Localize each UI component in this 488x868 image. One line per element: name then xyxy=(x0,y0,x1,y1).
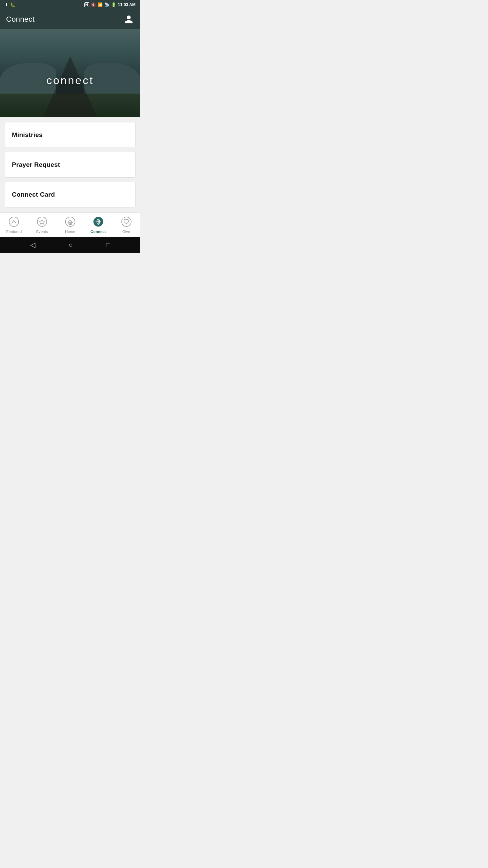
profile-button[interactable] xyxy=(123,14,134,25)
featured-icon xyxy=(8,216,20,228)
hero-banner: connect xyxy=(0,29,140,117)
nav-item-give[interactable]: Give xyxy=(112,213,140,237)
usb-icon: ⬆ xyxy=(5,2,8,7)
nav-item-events[interactable]: Events xyxy=(28,213,56,237)
svg-rect-4 xyxy=(69,222,72,224)
nav-item-home[interactable]: Home xyxy=(56,213,84,237)
back-button[interactable]: ◁ xyxy=(30,241,35,249)
bug-icon: 🐛 xyxy=(10,2,15,7)
ministries-label: Ministries xyxy=(12,131,43,138)
system-nav-bar: ◁ ○ □ xyxy=(0,237,140,253)
home-icon xyxy=(64,216,76,228)
give-icon xyxy=(120,216,133,228)
status-bar: ⬆ 🐛 N 🔇 📶 📡 🔋 11:03 AM xyxy=(0,0,140,9)
nav-item-connect[interactable]: Connect xyxy=(84,213,112,237)
events-icon xyxy=(36,216,48,228)
featured-label: Featured xyxy=(6,230,22,234)
events-label: Events xyxy=(36,230,48,234)
connect-icon xyxy=(92,216,104,228)
svg-point-3 xyxy=(65,217,75,226)
signal-icon: 📡 xyxy=(104,2,109,7)
prayer-request-card[interactable]: Prayer Request xyxy=(5,152,136,178)
content-area: Ministries Prayer Request Connect Card xyxy=(0,117,140,212)
connect-card-card[interactable]: Connect Card xyxy=(5,182,136,208)
bottom-nav: Featured Events Home xyxy=(0,212,140,237)
person-icon xyxy=(124,15,134,24)
page-title: Connect xyxy=(6,15,35,24)
svg-point-0 xyxy=(9,217,19,226)
nav-item-featured[interactable]: Featured xyxy=(0,213,28,237)
hero-road xyxy=(43,56,97,117)
status-right-icons: N 🔇 📶 📡 🔋 11:03 AM xyxy=(84,2,136,7)
hero-background: connect xyxy=(0,29,140,117)
battery-icon: 🔋 xyxy=(111,2,116,7)
give-label: Give xyxy=(122,230,130,234)
svg-point-11 xyxy=(122,217,131,226)
recents-button[interactable]: □ xyxy=(106,241,110,249)
ministries-card[interactable]: Ministries xyxy=(5,122,136,148)
home-label: Home xyxy=(65,230,75,234)
connect-label: Connect xyxy=(90,230,106,234)
mute-icon: 🔇 xyxy=(91,2,96,7)
app-header: Connect xyxy=(0,9,140,29)
svg-marker-2 xyxy=(40,219,45,224)
time-display: 11:03 AM xyxy=(118,2,136,7)
svg-point-1 xyxy=(37,217,47,226)
home-button[interactable]: ○ xyxy=(68,241,73,249)
prayer-request-label: Prayer Request xyxy=(12,161,60,168)
nfc-icon: N xyxy=(84,2,89,7)
connect-card-label: Connect Card xyxy=(12,191,55,198)
status-left-icons: ⬆ 🐛 xyxy=(5,2,15,7)
wifi-icon: 📶 xyxy=(98,2,103,7)
hero-title: connect xyxy=(0,74,140,87)
